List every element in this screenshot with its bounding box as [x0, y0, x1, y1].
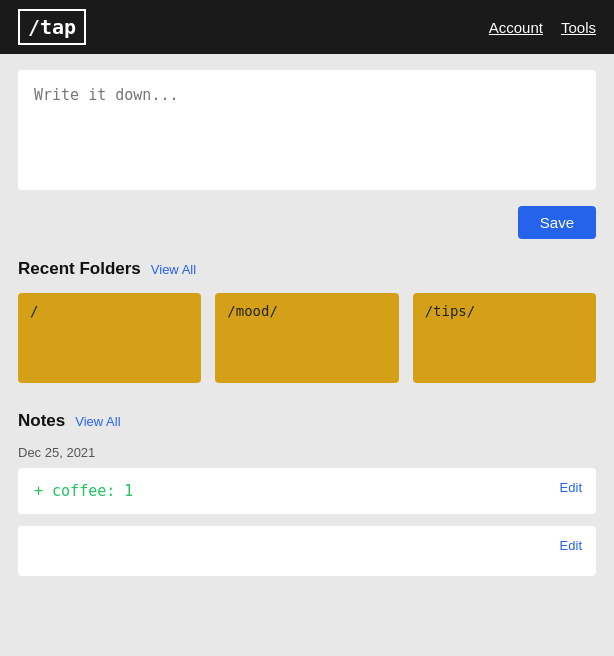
- folder-name-root: /: [30, 303, 38, 319]
- folder-name-tips: /tips/: [425, 303, 476, 319]
- recent-folders-heading: Recent Folders View All: [18, 259, 596, 279]
- note-date-1: Dec 25, 2021: [18, 445, 596, 460]
- folder-card-root[interactable]: /: [18, 293, 201, 383]
- folder-card-tips[interactable]: /tips/: [413, 293, 596, 383]
- note-input[interactable]: [18, 70, 596, 190]
- notes-section: Notes View All Dec 25, 2021 + coffee: 1 …: [18, 411, 596, 576]
- folder-name-mood: /mood/: [227, 303, 278, 319]
- notes-title: Notes: [18, 411, 65, 431]
- header-nav: Account Tools: [489, 19, 596, 36]
- main-content: Save Recent Folders View All / /mood/ /t…: [0, 54, 614, 608]
- note-card-1: + coffee: 1 Edit: [18, 468, 596, 514]
- recent-folders-title: Recent Folders: [18, 259, 141, 279]
- notes-view-all[interactable]: View All: [75, 414, 120, 429]
- logo: /tap: [18, 9, 86, 45]
- recent-folders-view-all[interactable]: View All: [151, 262, 196, 277]
- account-link[interactable]: Account: [489, 19, 543, 36]
- notes-heading: Notes View All: [18, 411, 596, 431]
- tools-link[interactable]: Tools: [561, 19, 596, 36]
- note-content-1: + coffee: 1: [34, 482, 133, 500]
- save-row: Save: [18, 206, 596, 239]
- folder-card-mood[interactable]: /mood/: [215, 293, 398, 383]
- save-button[interactable]: Save: [518, 206, 596, 239]
- note-edit-link-2[interactable]: Edit: [560, 538, 582, 553]
- note-edit-link-1[interactable]: Edit: [560, 480, 582, 495]
- header: /tap Account Tools: [0, 0, 614, 54]
- recent-folders-section: Recent Folders View All / /mood/ /tips/: [18, 259, 596, 383]
- note-card-2: Edit: [18, 526, 596, 576]
- folders-grid: / /mood/ /tips/: [18, 293, 596, 383]
